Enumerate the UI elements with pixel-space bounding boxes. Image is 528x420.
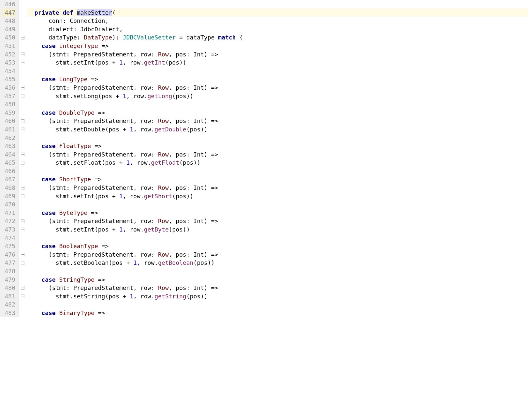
code-line[interactable]: case FloatType => xyxy=(27,142,528,150)
fold-collapse-icon[interactable] xyxy=(21,286,24,290)
code-line[interactable]: case DoubleType => xyxy=(27,109,528,117)
line-number[interactable]: 457 xyxy=(2,92,15,100)
line-number[interactable]: 481 xyxy=(2,292,15,301)
line-number[interactable]: 470 xyxy=(2,200,15,209)
code-token: (pos)) xyxy=(179,159,200,166)
code-line[interactable]: dataType: DataType): JDBCValueSetter = d… xyxy=(27,33,528,42)
code-line[interactable] xyxy=(27,267,528,276)
line-number[interactable]: 465 xyxy=(2,158,15,167)
fold-end-icon[interactable] xyxy=(21,228,24,231)
line-number[interactable]: 482 xyxy=(2,300,15,309)
line-number[interactable]: 464 xyxy=(2,150,15,159)
code-line[interactable]: case ShortType => xyxy=(27,175,528,184)
fold-end-icon[interactable] xyxy=(21,61,24,64)
code-line[interactable]: stmt.setFloat(pos + 1, row.getFloat(pos)… xyxy=(27,158,528,167)
code-line[interactable]: conn: Connection, xyxy=(27,17,528,25)
code-line[interactable]: stmt.setLong(pos + 1, row.getLong(pos)) xyxy=(27,92,528,100)
code-line[interactable]: stmt.setDouble(pos + 1, row.getDouble(po… xyxy=(27,125,528,134)
line-number[interactable]: 449 xyxy=(2,25,15,34)
line-number[interactable]: 448 xyxy=(2,17,15,25)
code-line[interactable]: (stmt: PreparedStatement, row: Row, pos:… xyxy=(27,150,528,159)
code-line[interactable] xyxy=(27,0,528,8)
code-line[interactable]: (stmt: PreparedStatement, row: Row, pos:… xyxy=(27,284,528,292)
line-number[interactable]: 466 xyxy=(2,167,15,175)
fold-end-icon[interactable] xyxy=(21,194,24,198)
line-number[interactable]: 461 xyxy=(2,125,15,134)
fold-collapse-icon[interactable] xyxy=(21,86,24,89)
fold-end-icon[interactable] xyxy=(21,94,24,98)
line-number[interactable]: 483 xyxy=(2,309,15,317)
line-number[interactable]: 472 xyxy=(2,217,15,225)
fold-collapse-icon[interactable] xyxy=(21,119,24,123)
code-line[interactable] xyxy=(27,100,528,109)
line-number[interactable]: 479 xyxy=(2,276,15,284)
fold-collapse-icon[interactable] xyxy=(21,253,24,256)
line-number[interactable]: 469 xyxy=(2,192,15,201)
code-line[interactable]: stmt.setString(pos + 1, row.getString(po… xyxy=(27,292,528,301)
fold-collapse-icon[interactable] xyxy=(21,36,24,39)
line-number[interactable]: 450 xyxy=(2,33,15,42)
line-number[interactable]: 458 xyxy=(2,100,15,109)
code-line[interactable]: (stmt: PreparedStatement, row: Row, pos:… xyxy=(27,50,528,59)
code-line[interactable] xyxy=(27,300,528,309)
code-token: getFloat xyxy=(151,159,179,166)
code-line[interactable]: (stmt: PreparedStatement, row: Row, pos:… xyxy=(27,117,528,125)
code-line[interactable]: case BinaryType => xyxy=(27,309,528,317)
code-token xyxy=(27,309,41,316)
fold-collapse-icon[interactable] xyxy=(21,186,24,189)
line-number[interactable]: 476 xyxy=(2,250,15,259)
fold-collapse-icon[interactable] xyxy=(21,219,24,223)
line-number[interactable]: 477 xyxy=(2,259,15,267)
code-line[interactable]: (stmt: PreparedStatement, row: Row, pos:… xyxy=(27,217,528,225)
code-line[interactable] xyxy=(27,234,528,242)
code-token: 1 xyxy=(130,126,133,133)
fold-end-icon[interactable] xyxy=(21,261,24,265)
line-number[interactable]: 462 xyxy=(2,134,15,142)
line-number[interactable]: 459 xyxy=(2,109,15,117)
code-line[interactable]: (stmt: PreparedStatement, row: Row, pos:… xyxy=(27,83,528,92)
line-number[interactable]: 453 xyxy=(2,58,15,67)
line-number[interactable]: 467 xyxy=(2,175,15,184)
code-line[interactable] xyxy=(27,67,528,75)
fold-collapse-icon[interactable] xyxy=(21,153,24,156)
line-number[interactable]: 460 xyxy=(2,117,15,125)
code-line[interactable]: case ByteType => xyxy=(27,209,528,217)
code-line[interactable]: stmt.setInt(pos + 1, row.getInt(pos)) xyxy=(27,58,528,67)
line-number[interactable]: 474 xyxy=(2,234,15,242)
code-line[interactable]: (stmt: PreparedStatement, row: Row, pos:… xyxy=(27,250,528,259)
line-number[interactable]: 468 xyxy=(2,184,15,192)
line-number[interactable]: 463 xyxy=(2,142,15,150)
code-line[interactable] xyxy=(27,200,528,209)
line-number[interactable]: 473 xyxy=(2,225,15,234)
fold-collapse-icon[interactable] xyxy=(21,52,24,56)
fold-end-icon[interactable] xyxy=(21,128,24,131)
code-line[interactable]: dialect: JdbcDialect, xyxy=(27,25,528,34)
line-number[interactable]: 456 xyxy=(2,83,15,92)
code-line[interactable] xyxy=(27,167,528,175)
fold-cell xyxy=(19,125,26,134)
line-number[interactable]: 478 xyxy=(2,267,15,276)
line-number[interactable]: 452 xyxy=(2,50,15,59)
line-number[interactable]: 446 xyxy=(2,0,15,8)
code-line[interactable]: (stmt: PreparedStatement, row: Row, pos:… xyxy=(27,184,528,192)
code-token: stmt.setString(pos + xyxy=(27,293,130,300)
line-number[interactable]: 454 xyxy=(2,67,15,75)
fold-end-icon[interactable] xyxy=(21,294,24,298)
code-editor[interactable]: private def makeSetter( conn: Connection… xyxy=(26,0,528,317)
code-line[interactable]: stmt.setBoolean(pos + 1, row.getBoolean(… xyxy=(27,259,528,267)
code-line[interactable]: case LongType => xyxy=(27,75,528,83)
line-number[interactable]: 475 xyxy=(2,242,15,250)
line-number[interactable]: 447 xyxy=(2,8,15,17)
code-line[interactable]: case StringType => xyxy=(27,276,528,284)
code-line[interactable] xyxy=(27,134,528,142)
line-number[interactable]: 455 xyxy=(2,75,15,83)
code-line[interactable]: stmt.setInt(pos + 1, row.getByte(pos)) xyxy=(27,225,528,234)
line-number[interactable]: 471 xyxy=(2,209,15,217)
code-line[interactable]: stmt.setInt(pos + 1, row.getShort(pos)) xyxy=(27,192,528,201)
line-number[interactable]: 451 xyxy=(2,42,15,50)
fold-end-icon[interactable] xyxy=(21,161,24,165)
code-line[interactable]: private def makeSetter( xyxy=(27,8,528,17)
code-line[interactable]: case IntegerType => xyxy=(27,42,528,50)
line-number[interactable]: 480 xyxy=(2,284,15,292)
code-line[interactable]: case BooleanType => xyxy=(27,242,528,250)
